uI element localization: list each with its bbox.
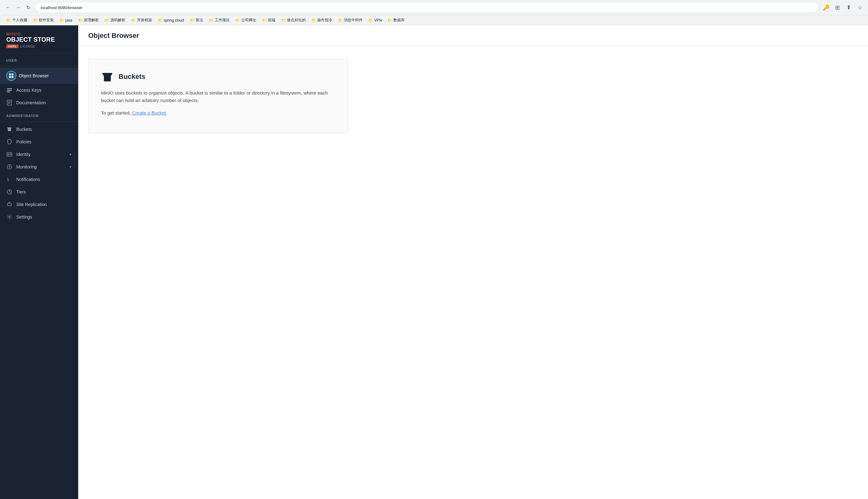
tiers-icon [6,189,13,195]
sidebar-item-label: Site Replication [16,202,72,207]
user-section-label: User [0,53,78,65]
svg-rect-24 [102,73,112,74]
bookmark-frontend[interactable]: 📁 前端 [259,16,278,24]
sidebar-item-settings[interactable]: Settings [0,211,78,223]
reload-button[interactable]: ↻ [24,3,33,12]
license-text: LICENSE [20,45,35,48]
folder-icon: 📁 [311,18,316,23]
key-icon[interactable]: 🔑 [822,3,830,12]
folder-icon: 📁 [368,18,373,23]
info-card-title: Buckets [119,73,146,81]
page-title: Object Browser [88,32,858,40]
folder-icon: 📁 [104,18,109,23]
sidebar-item-notifications[interactable]: λ Notifications [0,173,78,186]
browser-chrome: ← → ↻ 🔑 ⊞ ⬆ ☆ 📁 个人收藏 📁 软件安装 📁 java 📁 原理解… [0,0,868,25]
content-area: Buckets MinIO uses buckets to organize o… [78,46,868,146]
chevron-down-icon: ▼ [69,153,72,156]
bookmark-db[interactable]: 📁 数据库 [385,16,407,24]
folder-icon: 📁 [262,18,266,23]
license-info: AGPL LICENSE [6,45,72,48]
sidebar-logo: MINIO OBJECT STORE AGPL LICENSE [0,25,78,53]
divider [0,66,78,66]
product-name: OBJECT STORE [6,36,72,42]
sidebar-item-tiers[interactable]: Tiers [0,186,78,198]
admin-section-label: Administrator [0,109,78,120]
folder-icon: 📁 [281,18,286,23]
sidebar-item-documentation[interactable]: Documentation [0,96,78,109]
svg-rect-13 [8,129,11,131]
info-card-body: MinIO uses buckets to organize objects. … [101,89,335,117]
bookmark-label: 数据库 [393,17,405,23]
main-content: Object Browser Buckets MinIO uses bucket… [78,25,868,499]
bookmark-label: 源码解析 [110,17,125,23]
svg-point-15 [8,154,9,155]
bookmark-mq[interactable]: 📁 消息中间件 [335,16,365,24]
sidebar-item-label: Monitoring [16,165,65,169]
bookmark-personal[interactable]: 📁 个人收藏 [4,16,30,24]
bookmark-label: 做点好玩的 [287,17,306,23]
sidebar-item-label: Identity [16,152,65,157]
bookmark-springcloud[interactable]: 📁 spring cloud [155,17,186,24]
bookmark-label: 原理解析 [84,17,99,23]
bookmark-label: 消息中间件 [344,17,363,23]
folder-icon: 📁 [78,18,83,23]
bookmark-ops[interactable]: 📁 操作指令 [309,16,335,24]
folder-icon: 📁 [158,18,162,23]
bookmark-fun[interactable]: 📁 做点好玩的 [278,16,308,24]
notifications-icon: λ [6,176,13,183]
bookmark-label: 算法 [196,17,203,23]
access-keys-icon [6,87,13,93]
sidebar-item-access-keys[interactable]: Access Keys [0,84,78,96]
sidebar-item-object-browser[interactable]: Object Browser [0,68,78,84]
divider-admin [0,121,78,122]
svg-rect-1 [12,74,13,75]
sidebar-item-label: Buckets [16,127,72,132]
bookmark-star-icon[interactable]: ☆ [855,3,864,12]
settings-icon [6,214,13,220]
info-card: Buckets MinIO uses buckets to organize o… [88,59,348,133]
svg-rect-11 [7,127,12,128]
folder-icon: 📁 [209,18,213,23]
folder-icon: 📁 [6,18,11,23]
sidebar-item-label: Policies [16,139,72,144]
folder-icon: 📁 [387,18,392,23]
share-icon[interactable]: ⬆ [844,3,853,12]
svg-rect-26 [104,76,111,81]
bookmark-algo[interactable]: 📁 算法 [187,16,206,24]
svg-text:λ: λ [7,177,9,182]
bookmark-principle[interactable]: 📁 原理解析 [75,16,101,24]
svg-point-19 [9,166,10,168]
site-replication-icon [6,201,13,208]
back-button[interactable]: ← [4,3,13,12]
sidebar-item-identity[interactable]: Identity ▼ [0,148,78,161]
bookmark-work[interactable]: 📁 工作项目 [206,16,232,24]
bookmark-label: VPN [374,18,382,23]
sidebar-item-monitoring[interactable]: Monitoring ▼ [0,161,78,173]
bookmark-label: 公司网址 [241,17,256,23]
create-bucket-link[interactable]: Create a Bucket. [132,110,167,115]
bookmark-software[interactable]: 📁 软件安装 [30,16,56,24]
sidebar-item-site-replication[interactable]: Site Replication [0,198,78,211]
sidebar-item-label: Documentation [16,100,72,105]
bookmark-source[interactable]: 📁 源码解析 [102,16,128,24]
sidebar-item-label: Object Browser [19,73,72,78]
address-bar[interactable] [36,2,819,13]
forward-button[interactable]: → [14,3,23,12]
sidebar: MINIO OBJECT STORE AGPL LICENSE User Obj [0,25,78,499]
bookmark-java[interactable]: 📁 java [57,17,75,24]
bookmark-devframework[interactable]: 📁 开发框架 [128,16,154,24]
monitoring-icon [6,164,13,170]
bookmark-company[interactable]: 📁 公司网址 [233,16,259,24]
bookmark-label: 前端 [268,17,275,23]
buckets-icon [6,126,13,132]
translate-icon[interactable]: ⊞ [833,3,842,12]
bookmark-vpn[interactable]: 📁 VPN [366,17,385,24]
sidebar-item-policies[interactable]: Policies [0,136,78,148]
sidebar-item-buckets[interactable]: Buckets [0,123,78,136]
svg-rect-2 [9,76,11,78]
bookmark-label: 工作项目 [215,17,230,23]
bookmark-label: 个人收藏 [12,17,27,23]
bookmark-label: 操作指令 [317,17,332,23]
bookmarks-bar: 📁 个人收藏 📁 软件安装 📁 java 📁 原理解析 📁 源码解析 📁 开发框… [0,15,868,25]
svg-rect-5 [7,90,12,91]
